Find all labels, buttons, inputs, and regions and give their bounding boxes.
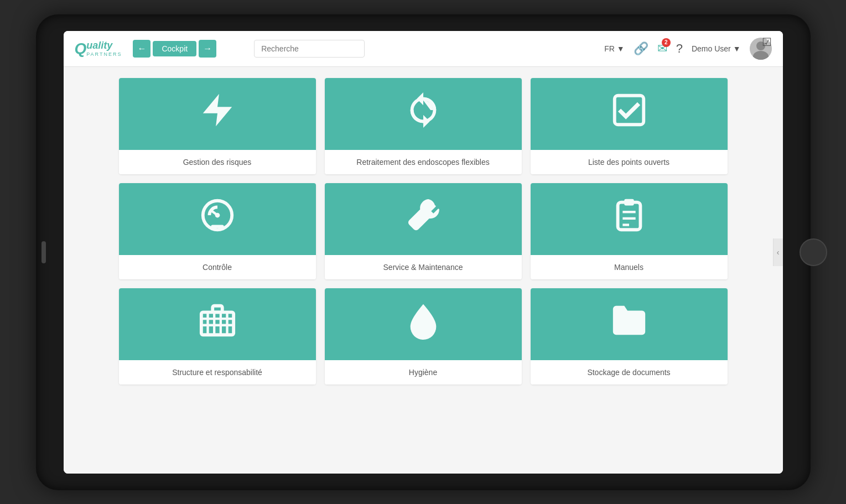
nav-arrows: ← Cockpit → bbox=[133, 40, 216, 58]
card-icon-area-retraitement-endoscopes bbox=[325, 78, 522, 150]
logo: Q uality PARTNERS bbox=[75, 40, 122, 58]
card-label-gestion-risques: Gestion des risques bbox=[119, 150, 316, 174]
card-label-stockage-documents: Stockage de documents bbox=[531, 360, 728, 385]
card-icon-area-hygiene bbox=[325, 288, 522, 360]
help-icon[interactable]: ? bbox=[676, 41, 683, 56]
link-icon[interactable]: 🔗 bbox=[634, 41, 648, 56]
gauge-icon bbox=[198, 196, 237, 242]
card-icon-area-gestion-risques bbox=[119, 78, 316, 150]
card-label-structure-responsabilite: Structure et responsabilité bbox=[119, 360, 316, 385]
card-label-service-maintenance: Service & Maintenance bbox=[325, 255, 522, 279]
sidebar-toggle[interactable]: ‹ bbox=[773, 238, 783, 266]
card-icon-area-service-maintenance bbox=[325, 183, 522, 255]
svg-rect-8 bbox=[624, 199, 634, 205]
main-content: Gestion des risquesRetraitement des endo… bbox=[64, 67, 783, 474]
card-label-liste-points-ouverts: Liste des points ouverts bbox=[531, 150, 728, 174]
card-icon-area-manuels bbox=[531, 183, 728, 255]
search-input[interactable] bbox=[254, 40, 365, 58]
mail-icon[interactable]: ✉ 2 bbox=[657, 41, 667, 56]
card-hygiene[interactable]: Hygiène bbox=[325, 288, 522, 385]
logo-brand: PARTNERS bbox=[86, 51, 122, 57]
card-grid: Gestion des risquesRetraitement des endo… bbox=[119, 78, 728, 385]
logo-q-icon: Q bbox=[75, 40, 87, 58]
grid-building-icon bbox=[198, 301, 237, 347]
card-manuels[interactable]: Manuels bbox=[531, 183, 728, 279]
forward-button[interactable]: → bbox=[199, 40, 216, 58]
header-right: FR ▼ 🔗 ✉ 2 ? Demo User ▼ bbox=[604, 38, 771, 60]
droplet-icon bbox=[404, 301, 443, 347]
card-label-retraitement-endoscopes: Retraitement des endoscopes flexibles bbox=[325, 150, 522, 174]
lang-caret-icon: ▼ bbox=[617, 44, 625, 53]
home-button[interactable] bbox=[800, 238, 827, 266]
lang-label: FR bbox=[604, 44, 615, 53]
top-check-icon[interactable]: ☑ bbox=[762, 35, 772, 49]
user-caret-icon: ▼ bbox=[733, 44, 741, 53]
tablet-screen: ☑ Q uality PARTNERS ← Cockpit → FR bbox=[64, 31, 783, 474]
tablet-frame: ☑ Q uality PARTNERS ← Cockpit → FR bbox=[36, 14, 811, 490]
svg-line-5 bbox=[211, 210, 217, 215]
card-service-maintenance[interactable]: Service & Maintenance bbox=[325, 183, 522, 279]
wrench-icon bbox=[404, 196, 443, 242]
card-icon-area-controle bbox=[119, 183, 316, 255]
card-controle[interactable]: Contrôle bbox=[119, 183, 316, 279]
svg-rect-12 bbox=[201, 312, 233, 335]
card-label-controle: Contrôle bbox=[119, 255, 316, 279]
card-structure-responsabilite[interactable]: Structure et responsabilité bbox=[119, 288, 316, 385]
logo-text: uality bbox=[86, 40, 112, 51]
refresh-icon bbox=[404, 91, 443, 137]
clipboard-icon bbox=[610, 196, 648, 242]
back-button[interactable]: ← bbox=[133, 40, 150, 58]
svg-rect-3 bbox=[614, 95, 643, 124]
user-name[interactable]: Demo User ▼ bbox=[692, 44, 741, 53]
card-icon-area-liste-points-ouverts bbox=[531, 78, 728, 150]
language-selector[interactable]: FR ▼ bbox=[604, 44, 625, 53]
card-label-hygiene: Hygiène bbox=[325, 360, 522, 385]
card-gestion-risques[interactable]: Gestion des risques bbox=[119, 78, 316, 174]
lightning-icon bbox=[198, 91, 237, 137]
side-button[interactable] bbox=[41, 241, 46, 263]
card-icon-area-structure-responsabilite bbox=[119, 288, 316, 360]
card-label-manuels: Manuels bbox=[531, 255, 728, 279]
checkbox-icon bbox=[610, 91, 648, 137]
card-liste-points-ouverts[interactable]: Liste des points ouverts bbox=[531, 78, 728, 174]
card-retraitement-endoscopes[interactable]: Retraitement des endoscopes flexibles bbox=[325, 78, 522, 174]
svg-rect-6 bbox=[211, 225, 224, 228]
mail-badge: 2 bbox=[662, 38, 671, 47]
search-box[interactable] bbox=[254, 40, 365, 58]
folder-icon bbox=[610, 301, 648, 347]
header: Q uality PARTNERS ← Cockpit → FR ▼ bbox=[64, 31, 783, 67]
svg-rect-19 bbox=[212, 305, 222, 312]
card-stockage-documents[interactable]: Stockage de documents bbox=[531, 288, 728, 385]
card-icon-area-stockage-documents bbox=[531, 288, 728, 360]
cockpit-button[interactable]: Cockpit bbox=[153, 41, 196, 56]
